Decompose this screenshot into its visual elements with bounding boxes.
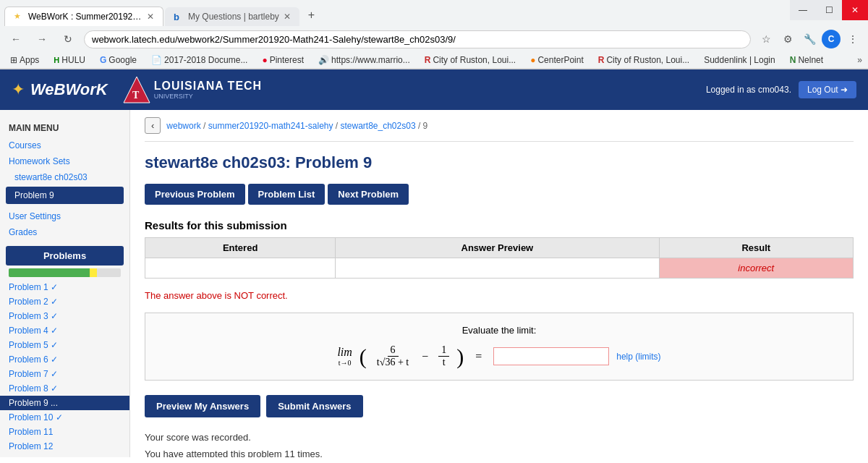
toolbar-icons: ☆ ⚙ 🔧 C ⋮	[757, 30, 862, 48]
lim-notation: lim t→0	[337, 346, 352, 367]
bookmarks-more[interactable]: »	[857, 55, 862, 65]
progress-bar-container	[9, 268, 121, 277]
minimize-button[interactable]: —	[790, 0, 816, 20]
bookmarks-bar: ⊞ Apps H HULU G Google 📄 2017-2018 Docum…	[0, 52, 868, 69]
close-button[interactable]: ✕	[842, 0, 868, 20]
sidebar-problem-8[interactable]: Problem 8 ✓	[0, 381, 129, 396]
bookmark-centerpoint[interactable]: ● CenterPoint	[526, 54, 588, 67]
bookmark-ruston2[interactable]: R City of Ruston, Loui...	[594, 54, 694, 67]
main-content: ‹ webwork / summer201920-math241-salehy …	[130, 110, 868, 457]
new-tab-button[interactable]: +	[301, 4, 322, 26]
logout-button[interactable]: Log Out ➜	[799, 81, 856, 98]
breadcrumb-course[interactable]: summer201920-math241-salehy	[208, 121, 333, 131]
sidebar-active-problem[interactable]: Problem 9	[6, 187, 124, 204]
minus-sign: −	[419, 350, 431, 363]
bookmark-docs[interactable]: 📄 2017-2018 Docume...	[147, 54, 252, 67]
bookmark-icon[interactable]: ☆	[757, 30, 775, 48]
webwork-tab-close[interactable]: ✕	[147, 12, 154, 22]
docs-icon: 📄	[151, 55, 162, 65]
bookmark-google[interactable]: G Google	[95, 54, 141, 67]
bookmark-nelnet[interactable]: N Nelnet	[786, 54, 827, 67]
google-icon: G	[100, 55, 106, 65]
open-paren: (	[359, 346, 367, 368]
sidebar-problem-4[interactable]: Problem 4 ✓	[0, 323, 129, 338]
docs-label: 2017-2018 Docume...	[164, 55, 247, 65]
user-avatar[interactable]: C	[822, 30, 841, 48]
sidebar-courses-link[interactable]: Courses	[0, 137, 129, 153]
preview-answers-button[interactable]: Preview My Answers	[145, 395, 260, 417]
sidebar-hw-set-name[interactable]: stewart8e ch02s03	[0, 169, 129, 185]
sidebar-problem-2[interactable]: Problem 2 ✓	[0, 294, 129, 309]
ruston2-label: City of Ruston, Loui...	[606, 55, 689, 65]
centerpoint-icon: ●	[530, 55, 535, 65]
sidebar-homework-sets-link[interactable]: Homework Sets	[0, 153, 129, 169]
breadcrumb-text: webwork / summer201920-math241-salehy / …	[166, 121, 427, 131]
back-button[interactable]: ←	[6, 29, 26, 49]
breadcrumb-back-button[interactable]: ‹	[145, 117, 161, 134]
browser-chrome: ★ WeBWorK : Summer201920-Ma... ✕ b My Qu…	[0, 0, 868, 69]
bookmark-suddenlink[interactable]: Suddenlink | Login	[699, 54, 780, 67]
webwork-star-icon: ✦	[12, 80, 25, 99]
tab-bartleby[interactable]: b My Questions | bartleby ✕	[165, 7, 299, 26]
sidebar-problem-3[interactable]: Problem 3 ✓	[0, 309, 129, 323]
frac1-numerator: 6	[388, 344, 399, 357]
col-entered: Entered	[145, 238, 336, 258]
score-line-2: You have attempted this problem 11 times…	[145, 446, 854, 457]
bookmark-hulu[interactable]: H HULU	[49, 54, 90, 67]
breadcrumb-sep3: /	[418, 121, 423, 131]
extension-icon[interactable]: ⚙	[778, 30, 797, 48]
next-problem-button[interactable]: Next Problem	[328, 184, 409, 205]
evaluate-label: Evaluate the limit:	[157, 325, 841, 336]
submit-area: Preview My Answers Submit Answers	[145, 395, 854, 417]
answer-input[interactable]	[493, 347, 609, 365]
apps-label: Apps	[20, 55, 39, 65]
header-right: Logged in as cmo043. Log Out ➜	[706, 81, 856, 98]
puzzle-icon[interactable]: 🔧	[800, 30, 819, 48]
sidebar-problem-7[interactable]: Problem 7 ✓	[0, 367, 129, 381]
hulu-icon: H	[54, 56, 59, 64]
limit-subscript: t→0	[339, 359, 352, 367]
bookmark-ruston1[interactable]: R City of Ruston, Loui...	[420, 54, 520, 67]
sidebar-problem-1[interactable]: Problem 1 ✓	[0, 280, 129, 294]
sidebar-problem-5[interactable]: Problem 5 ✓	[0, 338, 129, 352]
bartleby-tab-close[interactable]: ✕	[284, 12, 291, 22]
reload-button[interactable]: ↻	[58, 29, 78, 49]
svg-text:T: T	[132, 90, 140, 101]
sidebar-problem-6[interactable]: Problem 6 ✓	[0, 352, 129, 367]
help-link[interactable]: help (limits)	[616, 352, 660, 362]
problem-list-button[interactable]: Problem List	[248, 184, 326, 205]
results-table: Entered Answer Preview Result incorrect	[145, 237, 854, 279]
breadcrumb-webwork[interactable]: webwork	[166, 121, 200, 131]
breadcrumb-set[interactable]: stewart8e_ch02s03	[341, 121, 416, 131]
bookmark-pinterest[interactable]: ● Pinterest	[258, 54, 308, 67]
cell-entered	[145, 258, 336, 279]
webwork-tab-favicon: ★	[14, 12, 24, 22]
maximize-button[interactable]: ☐	[816, 0, 842, 20]
sidebar-problem-12[interactable]: Problem 12	[0, 439, 129, 454]
la-tech-logo: T LOUISIANA TECH UNIVERSITY	[122, 75, 262, 104]
breadcrumb-sep2: /	[336, 121, 341, 131]
latech-name: LOUISIANA TECH	[154, 80, 262, 93]
forward-button[interactable]: →	[32, 29, 52, 49]
frac2-numerator: 1	[438, 344, 449, 357]
nelnet-icon: N	[790, 55, 796, 65]
results-section: Results for this submission Entered Answ…	[145, 219, 854, 279]
bookmark-mario[interactable]: 🔊 https://www.marrio...	[314, 54, 414, 67]
latech-sub: UNIVERSITY	[154, 93, 262, 100]
sidebar-problem-10[interactable]: Problem 10 ✓	[0, 410, 129, 425]
bookmark-apps[interactable]: ⊞ Apps	[6, 54, 43, 67]
submit-answers-button[interactable]: Submit Answers	[266, 395, 362, 417]
breadcrumb-bar: ‹ webwork / summer201920-math241-salehy …	[145, 110, 854, 142]
sidebar-grades-link[interactable]: Grades	[0, 224, 129, 240]
previous-problem-button[interactable]: Previous Problem	[145, 184, 245, 205]
progress-fill	[9, 268, 90, 277]
sidebar-problem-9[interactable]: Problem 9 ...	[0, 396, 129, 410]
sidebar-user-settings-link[interactable]: User Settings	[0, 208, 129, 224]
lim-symbol: lim	[337, 346, 352, 359]
apps-icon: ⊞	[10, 55, 17, 65]
menu-icon[interactable]: ⋮	[843, 30, 862, 48]
tab-webwork[interactable]: ★ WeBWorK : Summer201920-Ma... ✕	[4, 7, 163, 26]
sidebar-problem-11[interactable]: Problem 11	[0, 425, 129, 439]
address-input[interactable]	[84, 30, 751, 48]
problem-nav-buttons: Previous Problem Problem List Next Probl…	[145, 184, 854, 205]
